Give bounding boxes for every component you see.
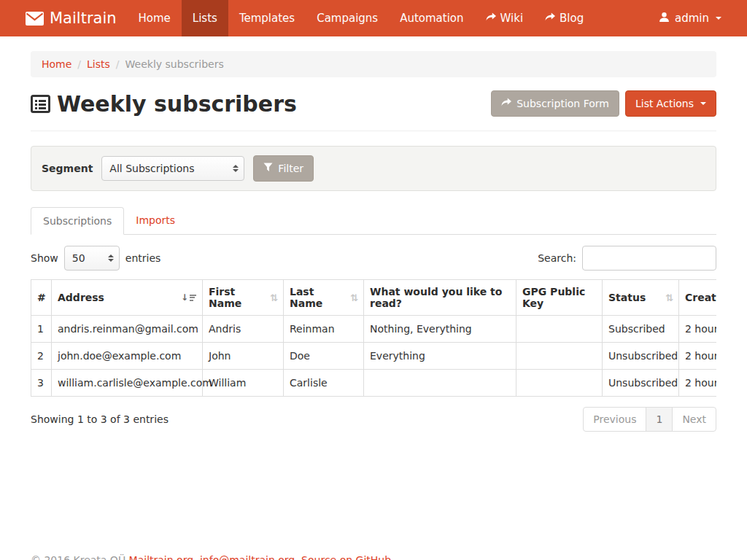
chevron-down-icon: [700, 102, 706, 105]
filter-funnel-icon: [263, 163, 273, 174]
show-label: Show: [31, 252, 58, 264]
pagination: Previous 1 Next: [583, 407, 716, 432]
cell-status: Subscribed: [603, 316, 679, 343]
cell-index: 1: [31, 316, 52, 343]
col-header-last-name[interactable]: Last Name⇅: [284, 280, 364, 316]
table-row[interactable]: 1 andris.reinman@gmail.com Andris Reinma…: [31, 316, 717, 343]
col-header-index: #: [31, 280, 52, 316]
cell-gpg-key: [516, 316, 603, 343]
cell-index: 3: [31, 370, 52, 397]
cell-last-name: Doe: [284, 343, 364, 370]
col-header-gpg-key[interactable]: GPG Public Key: [516, 280, 603, 316]
mailtrain-org-link[interactable]: Mailtrain.org: [129, 554, 193, 560]
share-icon: [501, 98, 511, 109]
cell-status: Unsubscribed: [603, 370, 679, 397]
breadcrumb-home[interactable]: Home: [42, 58, 71, 70]
pagination-next[interactable]: Next: [672, 407, 716, 432]
breadcrumb-lists[interactable]: Lists: [87, 58, 110, 70]
breadcrumb: Home / Lists / Weekly subscribers: [31, 51, 716, 77]
subscription-form-button[interactable]: Subscription Form: [491, 90, 619, 117]
cell-first-name: John: [203, 343, 284, 370]
pagination-page-1[interactable]: 1: [646, 407, 673, 432]
sort-icon: ⇅: [270, 292, 277, 303]
cell-address: william.carlisle@example.com: [52, 370, 203, 397]
cell-gpg-key: [516, 370, 603, 397]
user-name: admin: [675, 12, 709, 25]
cell-address: john.doe@example.com: [52, 343, 203, 370]
chevron-down-icon: [716, 17, 721, 20]
user-icon: [659, 12, 670, 26]
nav-item-blog[interactable]: Blog: [534, 0, 595, 36]
tab-imports[interactable]: Imports: [124, 207, 187, 235]
col-header-read-preference[interactable]: What would you like to read?: [364, 280, 516, 316]
nav-item-lists[interactable]: Lists: [182, 0, 228, 36]
segment-label: Segment: [42, 163, 93, 174]
subscribers-table: # Address ↓ First Name⇅ Last Name⇅ What …: [31, 279, 716, 397]
nav-item-wiki[interactable]: Wiki: [475, 0, 535, 36]
breadcrumb-separator: /: [116, 58, 120, 70]
tab-subscriptions[interactable]: Subscriptions: [31, 207, 124, 235]
col-header-address[interactable]: Address ↓: [52, 280, 203, 316]
cell-index: 2: [31, 343, 52, 370]
cell-gpg-key: [516, 343, 603, 370]
nav-item-automation[interactable]: Automation: [389, 0, 474, 36]
list-actions-button[interactable]: List Actions: [625, 90, 716, 117]
brand-label: Mailtrain: [50, 9, 117, 27]
footer-separator: ,: [193, 554, 200, 560]
segment-filter-panel: Segment All Subscriptions Filter: [31, 146, 716, 191]
nav-item-home[interactable]: Home: [128, 0, 182, 36]
filter-button[interactable]: Filter: [253, 155, 314, 182]
col-header-created[interactable]: Created⇅: [679, 280, 717, 316]
cell-status: Unsubscribed: [603, 343, 679, 370]
entries-label: entries: [125, 252, 161, 264]
breadcrumb-separator: /: [77, 58, 81, 70]
footer-separator: .: [295, 554, 301, 560]
divider: [31, 131, 716, 131]
pagination-previous[interactable]: Previous: [583, 407, 646, 432]
sort-icon: ⇅: [350, 292, 357, 303]
table-header-row: # Address ↓ First Name⇅ Last Name⇅ What …: [31, 280, 717, 316]
subscribers-table-wrapper: # Address ↓ First Name⇅ Last Name⇅ What …: [31, 279, 716, 397]
sort-asc-icon: ↓: [181, 293, 196, 302]
entries-summary: Showing 1 to 3 of 3 entries: [31, 413, 169, 425]
page-footer: © 2016 Kreata OÜ Mailtrain.org, info@mai…: [31, 541, 716, 560]
tab-bar: Subscriptions Imports: [31, 207, 716, 235]
cell-first-name: William: [203, 370, 284, 397]
brand-link[interactable]: Mailtrain: [15, 0, 128, 36]
breadcrumb-current: Weekly subscribers: [125, 58, 224, 70]
cell-read-preference: Nothing, Everything: [364, 316, 516, 343]
cell-read-preference: [364, 370, 516, 397]
cell-last-name: Reinman: [284, 316, 364, 343]
nav-item-campaigns[interactable]: Campaigns: [306, 0, 389, 36]
search-input[interactable]: [582, 246, 716, 271]
col-header-first-name[interactable]: First Name⇅: [203, 280, 284, 316]
list-alt-icon: [31, 94, 50, 114]
envelope-icon: [26, 12, 44, 26]
page-title: Weekly subscribers: [31, 91, 297, 117]
segment-select[interactable]: All Subscriptions: [101, 156, 244, 181]
nav-item-templates[interactable]: Templates: [228, 0, 306, 36]
top-navbar: Mailtrain Home Lists Templates Campaigns…: [0, 0, 747, 36]
cell-created: 2 hours ago: [679, 316, 717, 343]
share-icon: [486, 0, 496, 36]
cell-created: 2 hours ago: [679, 370, 717, 397]
copyright-text: © 2016 Kreata OÜ: [31, 554, 129, 560]
email-link[interactable]: info@mailtrain.org: [200, 554, 295, 560]
sort-icon: ⇅: [665, 292, 673, 303]
share-icon: [545, 0, 555, 36]
github-link[interactable]: Source on GitHub: [301, 554, 391, 560]
cell-first-name: Andris: [203, 316, 284, 343]
cell-address: andris.reinman@gmail.com: [52, 316, 203, 343]
col-header-status[interactable]: Status⇅: [603, 280, 679, 316]
cell-read-preference: Everything: [364, 343, 516, 370]
table-row[interactable]: 3 william.carlisle@example.com William C…: [31, 370, 717, 397]
main-nav: Home Lists Templates Campaigns Automatio…: [128, 0, 595, 36]
search-label: Search:: [538, 252, 576, 264]
cell-last-name: Carlisle: [284, 370, 364, 397]
page-length-select[interactable]: 50: [64, 246, 120, 271]
table-row[interactable]: 2 john.doe@example.com John Doe Everythi…: [31, 343, 717, 370]
user-menu[interactable]: admin: [648, 12, 732, 26]
cell-created: 2 hours ago: [679, 343, 717, 370]
